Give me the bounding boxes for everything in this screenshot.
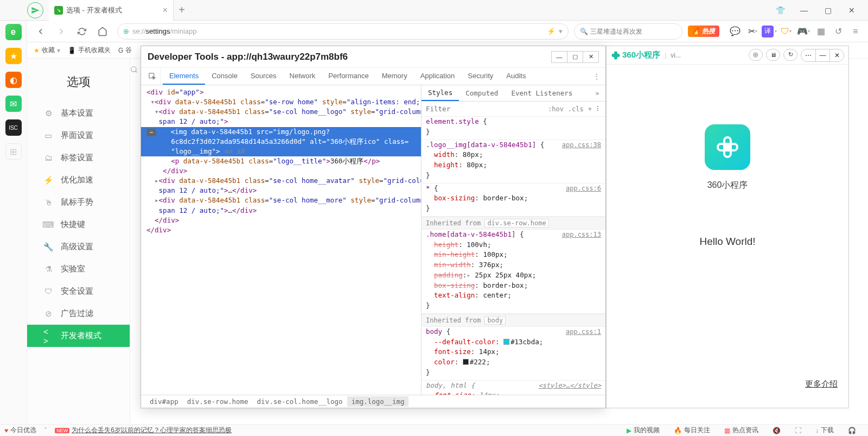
miniapp-compass-icon[interactable]: ◎: [749, 49, 763, 61]
menu-icon[interactable]: ≡: [847, 23, 864, 40]
miniapp-minimize[interactable]: —: [815, 49, 829, 61]
selected-dom-node[interactable]: ⋯ <img data-v-584e45b1 src="img/logo.png…: [141, 127, 421, 137]
my-video[interactable]: ▶我的视频: [627, 426, 660, 435]
breadcrumb-item-current[interactable]: img.logo__img: [347, 396, 409, 407]
styles-tab-styles[interactable]: Styles: [422, 85, 459, 101]
devtools-breadcrumb[interactable]: div#app div.se-row.home div.se-col.home_…: [141, 395, 605, 408]
devtools-tab-performance[interactable]: Performance: [322, 68, 375, 85]
app-grid-icon[interactable]: ⊞: [5, 143, 22, 160]
source-link[interactable]: app.css:13: [562, 230, 601, 239]
sidebar-item-2[interactable]: 🗂标签设置: [27, 147, 130, 169]
reload-button[interactable]: [73, 22, 91, 41]
devtools-minimize[interactable]: —: [551, 51, 567, 63]
styles-tab-listeners[interactable]: Event Listeners: [505, 85, 579, 101]
breadcrumb-item[interactable]: div.se-col.home__logo: [253, 396, 347, 407]
hov-button[interactable]: :hov: [548, 105, 564, 113]
devtools-tab-audits[interactable]: Audits: [500, 68, 532, 85]
devtools-maximize[interactable]: ▢: [567, 51, 583, 63]
favorites-button[interactable]: ★收藏 ▾: [34, 46, 60, 55]
hot-news[interactable]: ▦热点资讯: [724, 426, 758, 435]
capture-icon[interactable]: ⛶: [795, 427, 801, 434]
lightning-icon[interactable]: ⚡: [547, 27, 556, 35]
breadcrumb-item[interactable]: div#app: [145, 396, 183, 407]
close-button[interactable]: ✕: [840, 0, 864, 21]
cls-button[interactable]: .cls: [568, 105, 584, 113]
browser-logo-icon[interactable]: e: [5, 24, 22, 40]
devtools-titlebar[interactable]: Developer Tools - app://qh13waury22p7m8b…: [141, 46, 605, 68]
daily-focus[interactable]: 🔥每日关注: [674, 426, 710, 435]
addr-dropdown-icon[interactable]: ▾: [559, 27, 563, 35]
close-tab-icon[interactable]: ×: [163, 5, 168, 15]
minimize-button[interactable]: —: [792, 0, 816, 21]
sidebar-item-3[interactable]: ⚡优化加速: [27, 169, 130, 191]
devtools-tab-elements[interactable]: Elements: [163, 68, 205, 85]
devtools-tab-sources[interactable]: Sources: [244, 68, 283, 85]
comment-icon[interactable]: 💬: [727, 23, 743, 40]
devtools-more-icon[interactable]: ⋮: [588, 68, 605, 85]
breadcrumb-item[interactable]: div.se-row.home: [183, 396, 253, 407]
search-input[interactable]: [590, 28, 676, 35]
miniapp-more[interactable]: ⋯: [801, 49, 815, 61]
sidebar-item-7[interactable]: ⚗实验室: [27, 258, 130, 280]
devtools-tab-network[interactable]: Network: [283, 68, 322, 85]
sidebar-item-5[interactable]: ⌨快捷键: [27, 213, 130, 236]
add-rule-button[interactable]: +: [588, 105, 592, 113]
speed-icon: ⚡: [43, 175, 53, 185]
devtools-tab-memory[interactable]: Memory: [375, 68, 414, 85]
sound-icon[interactable]: 🔇: [773, 427, 781, 434]
browser-tab[interactable]: ↘ 选项 - 开发者模式 ×: [49, 0, 174, 21]
news-dropdown[interactable]: ˅: [44, 427, 47, 434]
sidebar-item-9[interactable]: ⊘广告过滤: [27, 302, 130, 325]
isc-icon[interactable]: ISC: [5, 119, 22, 136]
elements-panel[interactable]: <div id="app"> ▾<div data-v-584e45b1 cla…: [141, 85, 421, 395]
hot-search-badge[interactable]: 🔥 热搜: [688, 26, 719, 37]
headphone-icon[interactable]: 🎧: [848, 427, 856, 434]
maximize-button[interactable]: ▢: [816, 0, 840, 21]
security-icon[interactable]: 🛡▾: [778, 23, 794, 40]
styles-filter-input[interactable]: [426, 105, 548, 113]
styles-overflow-icon[interactable]: »: [589, 85, 605, 101]
devtools-tab-security[interactable]: Security: [461, 68, 500, 85]
translate-icon[interactable]: 译: [762, 26, 774, 37]
devtools-close[interactable]: ✕: [583, 51, 599, 63]
address-bar[interactable]: ⊕ se://settings/miniapp ⚡ ▾: [117, 23, 569, 40]
grid-icon[interactable]: ▦: [813, 23, 829, 40]
news-link[interactable]: NEW为什么会丢失6岁以前的记忆？心理学家的答案细思恐极: [55, 426, 232, 435]
download-button[interactable]: ↓下载: [815, 426, 834, 435]
source-link[interactable]: app.css:38: [562, 140, 601, 150]
skin-icon[interactable]: 👕: [768, 0, 792, 21]
sidebar-item-10[interactable]: < >开发者模式: [27, 325, 130, 347]
sidebar-item-8[interactable]: 🛡安全设置: [27, 280, 130, 302]
scissors-icon[interactable]: ✂▾: [744, 23, 761, 40]
miniapp-refresh-icon[interactable]: ↻: [783, 49, 797, 61]
send-icon[interactable]: [27, 2, 43, 18]
inspect-icon[interactable]: [144, 68, 161, 85]
devtools-tab-application[interactable]: Application: [414, 68, 462, 85]
back-button[interactable]: [31, 22, 50, 41]
styles-body[interactable]: element.style {} app.css:38.logo__img[da…: [422, 117, 605, 395]
forward-button[interactable]: [52, 22, 71, 41]
search-box[interactable]: 🔍: [574, 23, 682, 40]
restore-icon[interactable]: ↺: [830, 23, 846, 40]
home-button[interactable]: [93, 22, 112, 41]
today-pick[interactable]: ♥今日优选: [4, 426, 36, 435]
google-bookmark[interactable]: G谷: [118, 46, 132, 55]
source-link[interactable]: app.css:1: [566, 327, 601, 337]
mobile-fav-button[interactable]: 📱手机收藏夹: [68, 46, 111, 55]
weibo-icon[interactable]: ◐: [5, 72, 22, 88]
more-link[interactable]: 更多介绍: [805, 379, 838, 389]
devtools-tab-console[interactable]: Console: [205, 68, 244, 85]
favorites-icon[interactable]: ★: [5, 48, 22, 64]
sidebar-item-4[interactable]: 🖱鼠标手势: [27, 191, 130, 213]
new-tab-button[interactable]: +: [174, 4, 190, 16]
styles-tab-computed[interactable]: Computed: [459, 85, 505, 101]
mail-icon[interactable]: ✉: [5, 96, 22, 112]
miniapp-desktop-icon[interactable]: 🖥: [766, 49, 780, 61]
sidebar-item-1[interactable]: ▭界面设置: [27, 124, 130, 147]
sidebar-item-0[interactable]: ⚙基本设置: [27, 102, 130, 124]
sidebar-item-6[interactable]: 🔧高级设置: [27, 236, 130, 258]
miniapp-close[interactable]: ✕: [829, 49, 844, 61]
styles-menu-icon[interactable]: ⠇: [596, 105, 601, 113]
game-icon[interactable]: 🎮▾: [795, 23, 812, 40]
source-link[interactable]: app.css:6: [566, 184, 601, 193]
